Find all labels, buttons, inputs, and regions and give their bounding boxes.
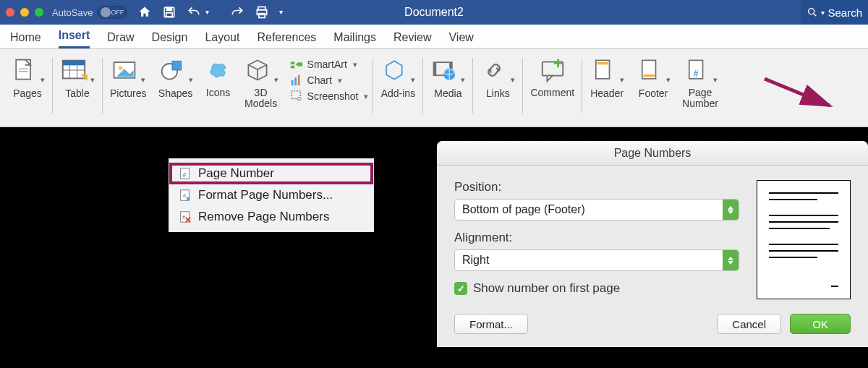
pages-button[interactable]: ▾ Pages: [4, 54, 51, 127]
preview-line: [769, 257, 817, 258]
svg-rect-20: [172, 61, 182, 70]
3d-models-button[interactable]: ▾ 3D Models: [238, 54, 284, 127]
screenshot-button[interactable]: Screenshot ▾: [290, 90, 369, 103]
smartart-button[interactable]: SmartArt ▾: [290, 58, 369, 71]
undo-icon[interactable]: [187, 5, 201, 20]
tab-mailings[interactable]: Mailings: [333, 27, 376, 48]
header-label: Header: [590, 87, 624, 99]
footer-label: Footer: [639, 87, 668, 99]
svg-line-50: [765, 79, 830, 106]
qat-customize-chevron-icon[interactable]: ▾: [279, 5, 294, 20]
close-window-icon[interactable]: [6, 8, 14, 17]
zoom-window-icon[interactable]: [35, 8, 43, 17]
chevron-down-icon: ▾: [353, 60, 357, 69]
position-label: Position:: [454, 180, 739, 194]
chart-button[interactable]: Chart ▾: [290, 74, 369, 87]
svg-rect-1: [167, 7, 172, 10]
document-title: Document2: [404, 6, 464, 19]
save-icon[interactable]: [162, 5, 176, 20]
menu-item-page-number[interactable]: # Page Number: [169, 163, 373, 184]
search-button[interactable]: ▾ Search: [801, 0, 868, 25]
autosave-pill: OFF: [97, 6, 127, 19]
chart-label: Chart: [307, 74, 332, 86]
table-icon: [60, 56, 88, 84]
pages-label: Pages: [13, 87, 42, 99]
icons-button[interactable]: Icons: [199, 54, 238, 127]
format-button[interactable]: Format...: [454, 314, 528, 334]
table-button[interactable]: ▾ Table: [54, 54, 101, 127]
media-button[interactable]: ▾ Media: [425, 54, 471, 127]
addins-icon: [380, 56, 408, 84]
tab-view[interactable]: View: [448, 27, 473, 48]
page-number-button[interactable]: # ▾ Page Number: [676, 54, 724, 127]
alignment-select[interactable]: Right: [454, 249, 739, 271]
autosave-label: AutoSave: [52, 7, 93, 18]
menu-item-remove-page-numbers[interactable]: # Remove Page Numbers: [169, 206, 373, 228]
page-number-icon: #: [683, 56, 710, 84]
arrow-annotation-icon: [761, 75, 848, 111]
addins-button[interactable]: ▾ Add-ins: [375, 54, 421, 127]
shapes-button[interactable]: ▾ Shapes: [153, 54, 199, 127]
home-icon[interactable]: [137, 5, 152, 20]
pictures-label: Pictures: [110, 87, 147, 99]
links-label: Links: [486, 87, 510, 99]
svg-rect-29: [297, 75, 299, 85]
tab-home[interactable]: Home: [10, 27, 41, 48]
quick-access-toolbar: ▾ ▾: [137, 5, 294, 20]
shapes-icon: [158, 56, 186, 84]
svg-rect-27: [291, 80, 293, 85]
tab-draw[interactable]: Draw: [107, 27, 134, 48]
preview-line: [769, 199, 817, 200]
preview-line: [769, 192, 838, 194]
tab-layout[interactable]: Layout: [205, 27, 239, 48]
chevron-down-icon: ▾: [90, 75, 95, 85]
separator: [102, 58, 103, 114]
cancel-button[interactable]: Cancel: [717, 314, 781, 334]
cube-icon: [244, 56, 271, 84]
footer-button[interactable]: ▾ Footer: [630, 54, 676, 127]
icons-icon: [205, 56, 232, 84]
tab-design[interactable]: Design: [152, 27, 188, 48]
header-button[interactable]: ▾ Header: [584, 54, 630, 127]
show-first-page-checkbox[interactable]: ✓ Show number on first page: [454, 281, 739, 296]
svg-marker-40: [547, 76, 553, 82]
chevron-down-icon: ▾: [511, 75, 515, 85]
chevron-down-icon: ▾: [41, 75, 45, 85]
show-first-page-label: Show number on first page: [473, 281, 620, 296]
svg-rect-34: [434, 62, 437, 75]
smartart-label: SmartArt: [307, 59, 347, 70]
search-icon: [807, 7, 818, 18]
page-number-menu: # Page Number # Format Page Numbers... #…: [169, 159, 373, 231]
preview-line: [769, 228, 830, 229]
svg-text:#: #: [182, 214, 186, 221]
addins-label: Add-ins: [381, 87, 415, 99]
autosave-toggle[interactable]: AutoSave OFF: [52, 6, 127, 19]
undo-chevron-icon[interactable]: ▾: [205, 5, 220, 20]
ribbon-tabs: Home Insert Draw Design Layout Reference…: [0, 25, 868, 49]
svg-rect-23: [290, 61, 294, 64]
chart-icon: [290, 74, 303, 87]
tab-insert[interactable]: Insert: [59, 25, 90, 48]
ok-button[interactable]: OK: [790, 314, 851, 334]
links-button[interactable]: ▾ Links: [475, 54, 521, 127]
tab-references[interactable]: References: [257, 27, 316, 48]
tab-review[interactable]: Review: [393, 27, 431, 48]
svg-marker-25: [295, 61, 299, 67]
svg-marker-32: [387, 61, 403, 79]
print-icon[interactable]: [255, 5, 269, 20]
preview-line: [769, 244, 838, 245]
svg-rect-11: [63, 61, 85, 66]
position-select[interactable]: Bottom of page (Footer): [454, 199, 739, 221]
links-icon: [480, 56, 508, 84]
page-number-icon: #: [178, 166, 192, 181]
window-controls: [6, 8, 43, 17]
redo-icon[interactable]: [230, 5, 244, 20]
preview-page-number: [831, 286, 838, 287]
pictures-button[interactable]: ▾ Pictures: [104, 54, 153, 127]
minimize-window-icon[interactable]: [20, 8, 29, 17]
menu-item-label: Remove Page Numbers: [198, 210, 329, 224]
smartart-icon: [290, 58, 303, 71]
menu-item-format-page-numbers[interactable]: # Format Page Numbers...: [169, 184, 373, 206]
svg-rect-46: [644, 74, 655, 77]
comment-button[interactable]: Comment: [524, 54, 580, 127]
